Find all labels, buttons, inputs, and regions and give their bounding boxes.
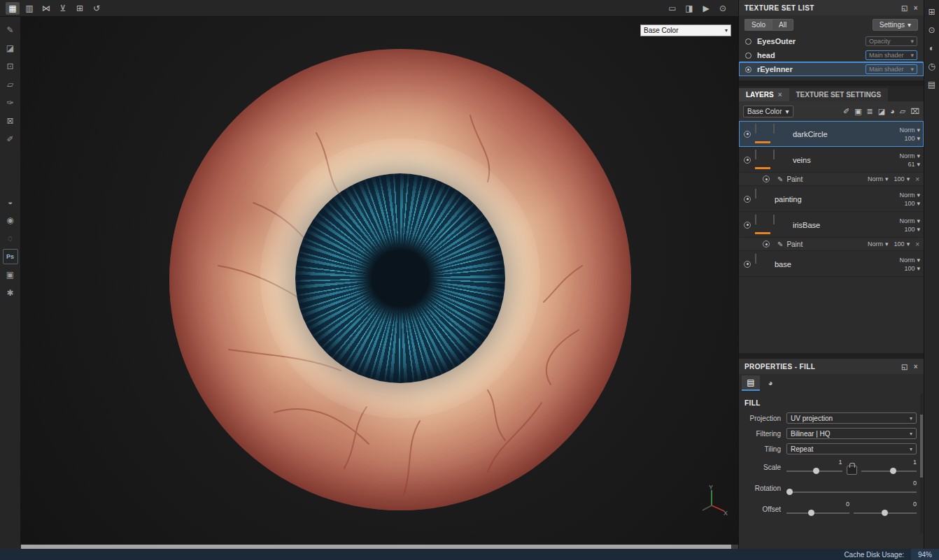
opacity-dropdown[interactable]: 61▾ bbox=[908, 161, 920, 168]
close-icon[interactable]: × bbox=[778, 91, 782, 99]
layer-mask-thumbnail[interactable] bbox=[773, 215, 789, 235]
tab-material-icon[interactable]: ◕ bbox=[761, 375, 779, 391]
add-effect-icon[interactable]: ✐ bbox=[843, 107, 849, 116]
sub-layer-row-paint[interactable]: ✎ Paint Norm▾ 100▾ × bbox=[739, 173, 924, 186]
symmetry-icon[interactable]: ⊻ bbox=[56, 2, 70, 15]
scale-x-slider[interactable] bbox=[786, 466, 842, 475]
rotation-slider[interactable] bbox=[786, 487, 917, 496]
popout-icon[interactable]: ◱ bbox=[901, 363, 908, 371]
viewport-layout-icon[interactable]: ▦ bbox=[6, 2, 20, 15]
projection-tool-icon[interactable]: ⊡ bbox=[3, 59, 18, 74]
filtering-dropdown[interactable]: Bilinear | HQ ▾ bbox=[786, 428, 917, 439]
texture-set-row-head[interactable]: head Main shader ▾ bbox=[739, 48, 924, 62]
layer-row-painting[interactable]: painting Norm▾ 100▾ bbox=[739, 186, 924, 212]
polygon-fill-tool-icon[interactable]: ▱ bbox=[3, 77, 18, 92]
camera-photo-icon[interactable]: ⊙ bbox=[716, 2, 730, 15]
remove-sub-layer-icon[interactable]: × bbox=[915, 175, 919, 183]
add-fill-layer-icon[interactable]: ◪ bbox=[878, 107, 885, 116]
opacity-dropdown[interactable]: 100▾ bbox=[904, 135, 920, 142]
camera-icon[interactable]: ⊙ bbox=[928, 25, 935, 35]
sub-layer-row-paint[interactable]: ✎ Paint Norm▾ 100▾ × bbox=[739, 238, 924, 251]
viewport-channel-dropdown[interactable]: Base Color ▾ bbox=[640, 24, 731, 36]
shader-dropdown[interactable]: Opacity ▾ bbox=[866, 36, 917, 46]
blend-mode-dropdown[interactable]: Norm▾ bbox=[899, 217, 920, 224]
scrollbar-handle[interactable] bbox=[920, 415, 923, 478]
uv-layout-icon[interactable]: ▥ bbox=[22, 2, 36, 15]
blend-mode-dropdown[interactable]: Norm▾ bbox=[868, 175, 889, 182]
scale-y-slider[interactable] bbox=[861, 466, 917, 475]
tab-layers[interactable]: LAYERS × bbox=[739, 88, 789, 101]
notes-icon[interactable]: ▤ bbox=[928, 80, 936, 89]
tiling-dropdown[interactable]: Repeat ▾ bbox=[786, 443, 917, 454]
history-log-icon[interactable]: ◷ bbox=[928, 62, 935, 71]
offset-y-slider[interactable] bbox=[854, 508, 917, 517]
clone-tool-icon[interactable]: ⊠ bbox=[3, 113, 18, 129]
visibility-toggle-icon[interactable] bbox=[744, 261, 751, 268]
properties-scrollbar[interactable] bbox=[920, 394, 923, 533]
layer-row-veins[interactable]: veins Norm▾ 61▾ bbox=[739, 147, 924, 173]
layer-row-darkcircle[interactable]: darkCircle Norm▾ 100▾ bbox=[739, 121, 924, 147]
photoshop-plugin-icon[interactable]: Ps bbox=[3, 249, 18, 264]
paint-tool-icon[interactable]: ✎ bbox=[3, 22, 18, 38]
visibility-toggle-icon[interactable] bbox=[744, 196, 751, 203]
viewport-3d[interactable]: Base Color ▾ Y X bbox=[21, 17, 738, 545]
blend-mode-dropdown[interactable]: Norm▾ bbox=[868, 240, 889, 247]
layer-thumbnail[interactable] bbox=[755, 215, 770, 235]
shader-dropdown[interactable]: Main shader ▾ bbox=[866, 64, 917, 74]
opacity-dropdown[interactable]: 100▾ bbox=[904, 265, 920, 272]
history-icon[interactable]: ↺ bbox=[90, 2, 104, 15]
solo-button[interactable]: Solo bbox=[744, 19, 772, 31]
popout-icon[interactable]: ◱ bbox=[901, 4, 908, 12]
radio-icon[interactable] bbox=[745, 38, 751, 45]
layer-thumbnail[interactable] bbox=[755, 254, 770, 274]
tab-fill-icon[interactable]: ▤ bbox=[742, 375, 760, 391]
texture-set-row-reyeinner[interactable]: rEyeInner Main shader ▾ bbox=[739, 62, 924, 76]
projection-dropdown[interactable]: UV projection ▾ bbox=[786, 412, 917, 424]
add-resource-icon[interactable]: ⊞ bbox=[73, 2, 87, 15]
lock-icon[interactable] bbox=[847, 466, 857, 475]
blend-mode-dropdown[interactable]: Norm▾ bbox=[899, 152, 920, 159]
opacity-dropdown[interactable]: 100▾ bbox=[894, 175, 910, 182]
resources-icon[interactable]: ▣ bbox=[3, 267, 18, 282]
pin-view-icon[interactable]: ◉ bbox=[3, 213, 18, 228]
display-settings-icon[interactable]: ▭ bbox=[665, 2, 679, 15]
shelf-grid-icon[interactable]: ⊞ bbox=[928, 7, 935, 17]
layer-row-irisbase[interactable]: irisBase Norm▾ 100▾ bbox=[739, 212, 924, 238]
remove-sub-layer-icon[interactable]: × bbox=[915, 240, 919, 248]
display-icon[interactable]: ◐ bbox=[929, 43, 934, 53]
blend-mode-dropdown[interactable]: Norm▾ bbox=[899, 257, 920, 264]
smudge-tool-icon[interactable]: ✑ bbox=[3, 95, 18, 110]
camera-video-icon[interactable]: ▶ bbox=[699, 2, 713, 15]
circle-select-icon[interactable]: ◌ bbox=[3, 231, 18, 246]
shader-dropdown[interactable]: Main shader ▾ bbox=[866, 50, 917, 60]
layer-thumbnail[interactable] bbox=[755, 189, 770, 209]
visibility-toggle-icon[interactable] bbox=[763, 240, 770, 247]
layer-mask-thumbnail[interactable] bbox=[773, 124, 789, 144]
opacity-dropdown[interactable]: 100▾ bbox=[894, 240, 910, 247]
visibility-toggle-icon[interactable] bbox=[744, 157, 751, 164]
eraser-tool-icon[interactable]: ◪ bbox=[3, 41, 18, 56]
opacity-dropdown[interactable]: 100▾ bbox=[904, 226, 920, 233]
opacity-dropdown[interactable]: 100▾ bbox=[904, 200, 920, 207]
blend-mode-dropdown[interactable]: Norm▾ bbox=[899, 192, 920, 199]
add-smart-material-icon[interactable]: ▣ bbox=[854, 107, 861, 116]
visibility-toggle-icon[interactable] bbox=[763, 175, 770, 182]
radio-icon[interactable] bbox=[745, 66, 751, 73]
delete-layer-icon[interactable]: ⌧ bbox=[910, 107, 919, 116]
layer-thumbnail[interactable] bbox=[755, 124, 770, 144]
add-generator-icon[interactable]: ◕ bbox=[890, 107, 895, 116]
layers-channel-dropdown[interactable]: Base Color ▾ bbox=[743, 106, 793, 117]
all-button[interactable]: All bbox=[772, 19, 793, 31]
layer-row-base[interactable]: base Norm▾ 100▾ bbox=[739, 251, 924, 277]
effects-icon[interactable]: ✱ bbox=[3, 285, 18, 301]
radio-icon[interactable] bbox=[745, 52, 751, 59]
close-icon[interactable]: × bbox=[914, 4, 918, 12]
tab-texture-set-settings[interactable]: TEXTURE SET SETTINGS bbox=[789, 88, 889, 101]
add-folder-icon[interactable]: ▱ bbox=[900, 107, 905, 116]
settings-button[interactable]: Settings ▾ bbox=[873, 19, 918, 31]
mirror-view-icon[interactable]: ⋈ bbox=[39, 2, 53, 15]
blend-mode-dropdown[interactable]: Norm▾ bbox=[899, 127, 920, 134]
display-sphere-icon[interactable]: ◒ bbox=[3, 194, 18, 210]
texture-set-row-eyesouter[interactable]: EyesOuter Opacity ▾ bbox=[739, 34, 924, 48]
layer-mask-thumbnail[interactable] bbox=[773, 150, 789, 170]
